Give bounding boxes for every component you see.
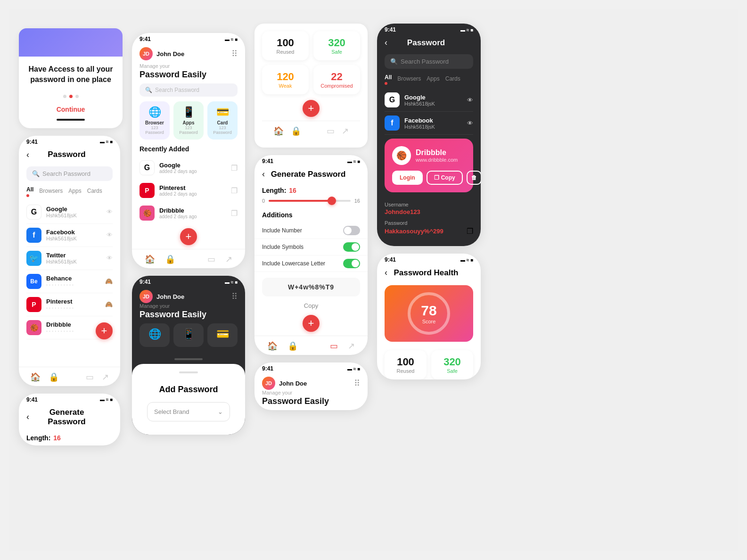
lock-nav-icon[interactable]: 🔒 [291, 126, 301, 136]
visibility-icon[interactable]: 👁 [107, 231, 113, 239]
reused-number: 100 [390, 356, 421, 368]
tab-apps[interactable]: Apps [427, 75, 439, 82]
length-value: 16 [289, 187, 296, 194]
continue-button[interactable]: Continue [28, 106, 113, 113]
home-nav-icon[interactable]: 🏠 [30, 372, 41, 382]
search-bar[interactable]: 🔍 Search Password [385, 54, 473, 69]
compromised-label: Compromised [319, 83, 354, 89]
apps-category[interactable]: 📱 [173, 323, 204, 347]
status-time: 9:41 [262, 365, 273, 372]
share-nav-icon[interactable]: ↗ [225, 254, 232, 264]
copy-password-icon[interactable]: ❐ [467, 227, 473, 236]
apps-category[interactable]: 📱 Apps 123 Password [173, 101, 204, 140]
include-symbols-toggle[interactable] [343, 242, 360, 252]
minus-nav-icon[interactable]: ▭ [330, 341, 338, 351]
share-nav-icon[interactable]: ↗ [102, 372, 109, 382]
pm-header: JD John Doe ⠿ [132, 286, 245, 303]
minus-nav-icon[interactable]: ▭ [86, 372, 94, 382]
pinterest-icon: P [140, 183, 155, 198]
share-nav-icon[interactable]: ↗ [342, 126, 349, 136]
tab-cards[interactable]: Cards [445, 75, 460, 82]
tab-all[interactable]: All [385, 73, 392, 85]
back-button[interactable]: ‹ [26, 412, 29, 422]
bottom-nav: 🏠 🔒 ▭ ↗ [132, 249, 245, 268]
slider-thumb[interactable] [328, 197, 336, 205]
minus-nav-icon[interactable]: ▭ [207, 254, 215, 264]
status-time: 9:41 [140, 36, 151, 42]
copy-button[interactable]: Copy [262, 299, 360, 312]
visibility-hidden-icon[interactable]: 🙈 [105, 301, 113, 308]
select-brand-dropdown[interactable]: Select Brand ⌄ [147, 402, 230, 421]
tab-apps[interactable]: Apps [68, 188, 81, 194]
include-lowercase-toggle[interactable] [343, 259, 360, 268]
visibility-hidden-icon[interactable]: 🙈 [105, 278, 113, 285]
search-bar[interactable]: 🔍 Search Password [140, 83, 238, 97]
copy-icon[interactable]: ❐ [231, 164, 238, 173]
copy-icon[interactable]: ❐ [231, 186, 238, 195]
status-icons: ▬ ≈ ■ [347, 366, 360, 371]
add-fab[interactable]: + [303, 315, 320, 332]
back-button[interactable]: ‹ [385, 38, 387, 48]
username-value: Johndoe123 [385, 208, 473, 215]
length-row: Length: 16 [19, 430, 120, 445]
delete-button[interactable]: 🗑 [467, 171, 481, 185]
card-category[interactable]: 💳 [207, 323, 238, 347]
include-number-toggle-row: Include Number [254, 222, 368, 239]
copy-button[interactable]: ❐ Copy [427, 171, 463, 185]
app-name: Dribbble [416, 148, 458, 157]
browser-category[interactable]: 🌐 [140, 323, 170, 347]
dot-1 [63, 95, 66, 98]
apps-icon: 📱 [177, 328, 200, 340]
slider-max: 16 [354, 198, 360, 204]
app-url: www.dribbble.com [416, 157, 458, 163]
tab-browsers[interactable]: Browsers [39, 188, 63, 194]
visibility-icon[interactable]: 👁 [467, 120, 473, 127]
home-nav-icon[interactable]: 🏠 [273, 126, 284, 136]
grid-icon[interactable]: ⠿ [231, 291, 238, 302]
copy-icon[interactable]: ❐ [231, 209, 238, 218]
twitter-icon: 🐦 [26, 251, 41, 266]
password-length-slider[interactable]: 0 16 [254, 198, 368, 209]
tab-browsers[interactable]: Browsers [397, 75, 421, 82]
status-icons: ▬ ≈ ■ [225, 280, 238, 285]
login-button[interactable]: Login [392, 171, 423, 185]
password-list-phone: 9:41 ▬ ≈ ■ ‹ Password 🔍 Search Password … [19, 136, 120, 386]
card-category[interactable]: 💳 Card 123 Password [207, 101, 238, 140]
select-brand-label: Select Brand [154, 408, 189, 415]
status-icons: ▬ ≈ ■ [460, 257, 473, 263]
health-stats-card: 100 Reused 320 Safe 120 Weak 22 Compromi… [254, 24, 368, 148]
search-icon: 🔍 [32, 170, 40, 177]
lock-nav-icon[interactable]: 🔒 [287, 341, 298, 351]
tab-cards[interactable]: Cards [87, 188, 102, 194]
grid-icon[interactable]: ⠿ [354, 378, 360, 388]
grid-icon[interactable]: ⠿ [231, 49, 238, 59]
user-name: John Doe [156, 50, 184, 58]
back-button[interactable]: ‹ [385, 268, 387, 278]
search-bar[interactable]: 🔍 Search Password [26, 166, 113, 181]
status-bar: 9:41 ▬ ≈ ■ [377, 254, 481, 264]
tab-all[interactable]: All [26, 185, 33, 197]
manage-label: Manage your [132, 60, 245, 69]
share-nav-icon[interactable]: ↗ [348, 341, 355, 351]
browser-icon: 🌐 [143, 328, 166, 340]
screen-header: ‹ Generate Password [254, 165, 368, 183]
include-lowercase-label: Include Lowercase Letter [262, 260, 343, 267]
add-fab[interactable]: + [96, 322, 113, 339]
status-bar: 9:41 ▬ ≈ ■ [132, 33, 245, 43]
minus-nav-icon[interactable]: ▭ [327, 126, 335, 136]
screen-title: Generate Password [33, 408, 100, 427]
visibility-icon[interactable]: 👁 [107, 255, 113, 262]
visibility-icon[interactable]: 👁 [467, 97, 473, 104]
list-item: Be Behance · · · · · · · · · · 🙈 [26, 270, 113, 293]
browser-category[interactable]: 🌐 Browser 123 Password [140, 101, 170, 140]
back-button[interactable]: ‹ [26, 150, 29, 160]
add-fab[interactable]: + [303, 100, 320, 117]
lock-nav-icon[interactable]: 🔒 [165, 254, 175, 264]
lock-nav-icon[interactable]: 🔒 [49, 372, 59, 382]
home-nav-icon[interactable]: 🏠 [267, 341, 278, 351]
back-button[interactable]: ‹ [262, 169, 265, 179]
include-number-toggle[interactable] [343, 226, 360, 235]
home-nav-icon[interactable]: 🏠 [145, 254, 155, 264]
visibility-icon[interactable]: 👁 [107, 208, 113, 215]
add-fab[interactable]: + [180, 228, 197, 245]
